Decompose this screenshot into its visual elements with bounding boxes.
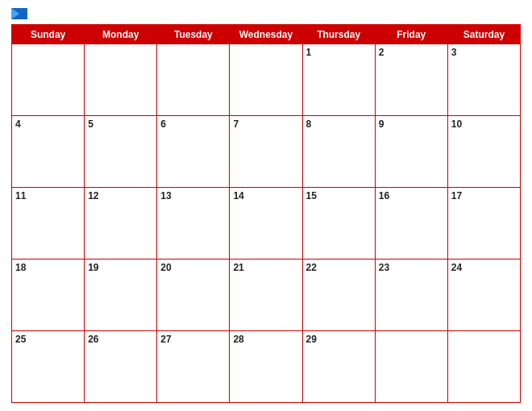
day-number: 6 <box>160 118 166 130</box>
day-cell-29: 29 <box>302 331 375 403</box>
day-cell-20: 20 <box>157 259 230 331</box>
day-cell-18: 18 <box>12 259 85 331</box>
day-header-monday: Monday <box>85 25 157 44</box>
day-cell-25: 25 <box>12 331 85 403</box>
day-cell-11: 11 <box>12 188 85 259</box>
logo-blue-text <box>11 8 29 19</box>
day-number: 2 <box>379 47 384 58</box>
empty-cell <box>12 44 85 116</box>
logo-flag-icon <box>11 8 27 19</box>
day-number: 28 <box>233 334 243 345</box>
day-number: 19 <box>88 262 98 273</box>
day-cell-1: 1 <box>302 44 375 116</box>
week-row-3: 11121314151617 <box>12 188 521 259</box>
week-row-2: 45678910 <box>12 116 521 188</box>
day-cell-8: 8 <box>302 116 375 188</box>
week-row-5: 2526272829 <box>12 331 521 403</box>
day-number: 16 <box>379 190 389 201</box>
day-header-wednesday: Wednesday <box>230 25 302 44</box>
day-header-sunday: Sunday <box>12 25 85 44</box>
calendar-page: SundayMondayTuesdayWednesdayThursdayFrid… <box>0 0 532 411</box>
day-number: 11 <box>15 190 26 201</box>
day-cell-9: 9 <box>375 116 447 188</box>
day-cell-13: 13 <box>157 188 230 259</box>
day-number: 27 <box>160 334 171 345</box>
day-header-thursday: Thursday <box>302 25 375 44</box>
day-number: 4 <box>15 118 21 130</box>
calendar-header: SundayMondayTuesdayWednesdayThursdayFrid… <box>12 25 521 44</box>
day-number: 7 <box>233 118 239 130</box>
day-number: 15 <box>306 190 317 201</box>
day-cell-5: 5 <box>85 116 157 188</box>
header <box>11 8 521 19</box>
day-cell-6: 6 <box>157 116 230 188</box>
day-cell-21: 21 <box>230 259 302 331</box>
day-cell-10: 10 <box>447 116 520 188</box>
day-number: 23 <box>379 262 389 273</box>
day-cell-26: 26 <box>85 331 157 403</box>
empty-cell <box>375 331 447 403</box>
day-cell-17: 17 <box>447 188 520 259</box>
day-cell-4: 4 <box>12 116 85 188</box>
empty-cell <box>85 44 157 116</box>
day-cell-22: 22 <box>302 259 375 331</box>
empty-cell <box>157 44 230 116</box>
calendar-body: 1234567891011121314151617181920212223242… <box>12 44 521 403</box>
day-cell-24: 24 <box>447 259 520 331</box>
day-cell-28: 28 <box>230 331 302 403</box>
day-header-friday: Friday <box>375 25 447 44</box>
day-number: 29 <box>306 334 317 345</box>
day-cell-7: 7 <box>230 116 302 188</box>
empty-cell <box>447 331 520 403</box>
day-number: 20 <box>160 262 171 273</box>
day-number: 25 <box>15 334 26 345</box>
day-cell-16: 16 <box>375 188 447 259</box>
day-number: 14 <box>233 190 243 201</box>
week-row-1: 123 <box>12 44 521 116</box>
day-cell-3: 3 <box>447 44 520 116</box>
day-number: 3 <box>451 47 457 58</box>
day-number: 5 <box>88 118 94 130</box>
calendar-table: SundayMondayTuesdayWednesdayThursdayFrid… <box>11 24 521 403</box>
day-cell-12: 12 <box>85 188 157 259</box>
day-number: 24 <box>451 262 462 273</box>
day-number: 26 <box>88 334 98 345</box>
day-cell-27: 27 <box>157 331 230 403</box>
day-number: 1 <box>306 47 312 58</box>
day-cell-14: 14 <box>230 188 302 259</box>
days-of-week-row: SundayMondayTuesdayWednesdayThursdayFrid… <box>12 25 521 44</box>
day-cell-15: 15 <box>302 188 375 259</box>
day-cell-23: 23 <box>375 259 447 331</box>
logo <box>11 8 29 19</box>
day-number: 21 <box>233 262 243 273</box>
day-number: 13 <box>160 190 171 201</box>
week-row-4: 18192021222324 <box>12 259 521 331</box>
day-number: 17 <box>451 190 462 201</box>
day-cell-19: 19 <box>85 259 157 331</box>
day-header-saturday: Saturday <box>447 25 520 44</box>
empty-cell <box>230 44 302 116</box>
day-number: 8 <box>306 118 312 130</box>
day-number: 9 <box>379 118 384 130</box>
day-header-tuesday: Tuesday <box>157 25 230 44</box>
day-number: 22 <box>306 262 317 273</box>
day-cell-2: 2 <box>375 44 447 116</box>
day-number: 10 <box>451 118 462 130</box>
day-number: 18 <box>15 262 26 273</box>
day-number: 12 <box>88 190 98 201</box>
